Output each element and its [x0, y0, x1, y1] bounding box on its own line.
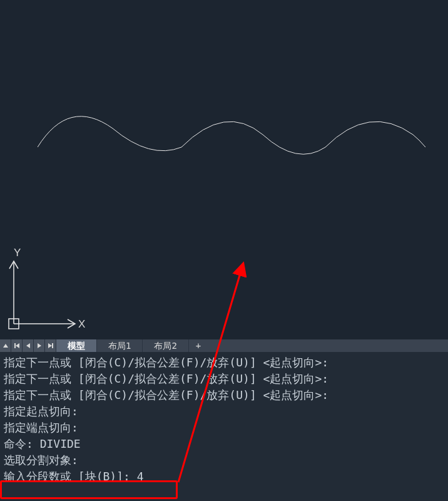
spline-curve [38, 110, 425, 178]
svg-marker-5 [16, 343, 19, 348]
svg-marker-6 [26, 343, 30, 348]
command-input-line[interactable]: 输入分段数或 [块(B)]: 4 [4, 468, 444, 485]
svg-marker-7 [38, 343, 41, 348]
command-line: 指定下一点或 [闭合(C)/拟合公差(F)/放弃(U)] <起点切向>: [4, 371, 444, 387]
command-line: 指定下一点或 [闭合(C)/拟合公差(F)/放弃(U)] <起点切向>: [4, 354, 444, 371]
tab-scroll-up-icon[interactable] [0, 339, 11, 352]
command-line: 命令: DIVIDE [4, 436, 444, 452]
tab-layout2[interactable]: 布局2 [143, 339, 188, 352]
command-line: 选取分割对象: [4, 452, 444, 468]
tab-next-icon[interactable] [34, 339, 45, 352]
svg-rect-4 [14, 343, 16, 348]
layout-tab-bar: 模型 布局1 布局2 + [0, 339, 448, 352]
ucs-y-label: Y [14, 247, 21, 259]
drawing-canvas[interactable]: X Y [0, 0, 448, 339]
command-history-panel[interactable]: 指定下一点或 [闭合(C)/拟合公差(F)/放弃(U)] <起点切向>: 指定下… [0, 352, 448, 501]
tab-add-button[interactable]: + [189, 339, 208, 352]
tab-layout1[interactable]: 布局1 [97, 339, 143, 352]
command-line: 指定下一点或 [闭合(C)/拟合公差(F)/放弃(U)] <起点切向>: [4, 387, 444, 403]
command-line: 指定端点切向: [4, 420, 444, 436]
command-line: 指定起点切向: [4, 403, 444, 420]
tab-prev-icon[interactable] [23, 339, 34, 352]
tab-model[interactable]: 模型 [56, 339, 97, 352]
svg-marker-3 [3, 344, 8, 348]
svg-marker-8 [48, 343, 52, 348]
svg-rect-9 [52, 343, 53, 348]
ucs-x-label: X [78, 318, 85, 331]
tab-last-icon[interactable] [45, 339, 56, 352]
tab-first-icon[interactable] [11, 339, 23, 352]
ucs-axis-icon: X Y [6, 252, 81, 333]
